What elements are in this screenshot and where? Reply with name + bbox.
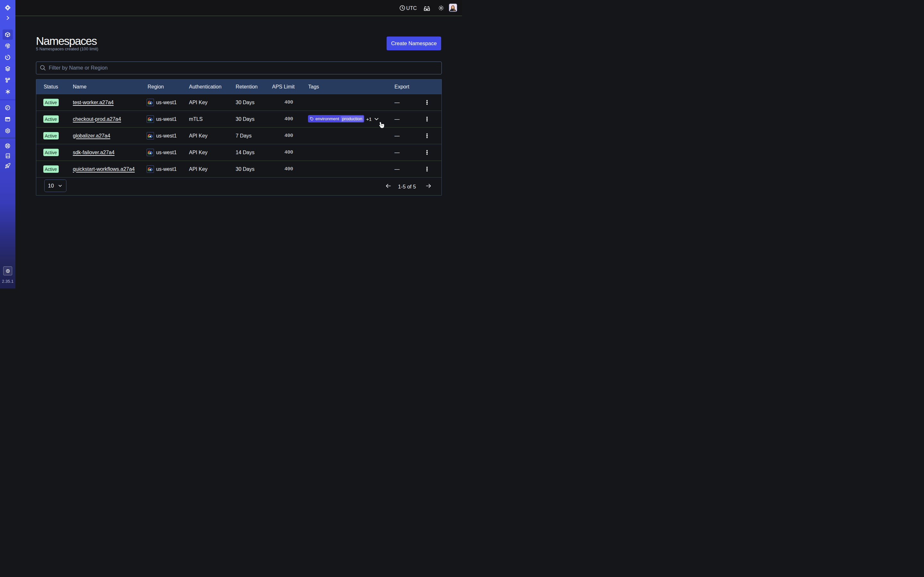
svg-text:$: $ bbox=[7, 269, 9, 272]
